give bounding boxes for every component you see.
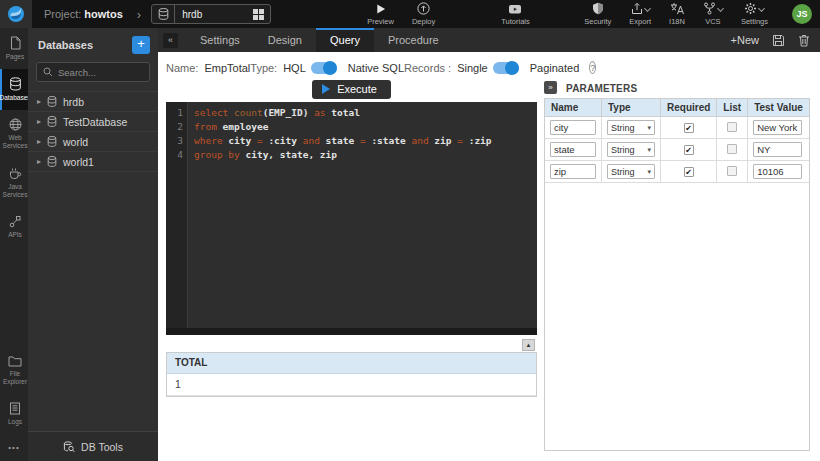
param-name-input[interactable]: [550, 120, 596, 135]
results-header-row: TOTAL: [167, 353, 536, 374]
deploy-icon: [417, 2, 430, 15]
settings-label: Settings: [741, 17, 768, 26]
expand-caret-icon[interactable]: ▸: [37, 97, 41, 106]
db-tree-item-TestDatabase[interactable]: ▸ TestDatabase: [28, 112, 158, 132]
save-icon[interactable]: [772, 34, 785, 47]
new-query-button[interactable]: +New: [731, 34, 759, 46]
tab-procedure[interactable]: Procedure: [374, 28, 453, 52]
tab-design[interactable]: Design: [254, 28, 316, 52]
collapse-panel-button[interactable]: «: [163, 33, 178, 48]
user-avatar[interactable]: JS: [792, 4, 812, 24]
sql-code[interactable]: select count(EMP_ID) as totalfrom employ…: [188, 102, 537, 335]
expand-parameters-icon[interactable]: »: [544, 81, 557, 94]
param-list-checkbox[interactable]: [727, 166, 737, 176]
parameters-table: NameTypeRequiredListTest Value String▾ ✔…: [545, 99, 809, 183]
query-editor-column: Name: EmpTotal Type: HQL Native SQL Reco…: [158, 52, 537, 461]
line-number: 2: [166, 120, 183, 134]
rail-item-pages[interactable]: Pages: [0, 28, 28, 69]
rail-item-databases[interactable]: Databases: [0, 69, 28, 110]
deploy-button[interactable]: Deploy: [412, 2, 435, 26]
sql-editor[interactable]: 1234 select count(EMP_ID) as totalfrom e…: [166, 102, 537, 335]
preview-button[interactable]: Preview: [367, 3, 394, 26]
param-list-checkbox[interactable]: [727, 144, 737, 154]
project-label: Project:: [44, 8, 81, 20]
param-type-select[interactable]: String▾: [607, 142, 655, 157]
rail-label: Pages: [6, 53, 24, 61]
db-tools-icon: [63, 441, 75, 453]
rail-item-web-services[interactable]: Web Services: [0, 110, 28, 158]
expand-caret-icon[interactable]: ▸: [37, 117, 41, 126]
param-required-checkbox[interactable]: ✔: [684, 167, 694, 177]
database-selector[interactable]: hrdb: [151, 4, 271, 24]
line-number: 1: [166, 106, 183, 120]
records-toggle[interactable]: [493, 62, 519, 74]
param-name-input[interactable]: [550, 164, 596, 179]
param-name-input[interactable]: [550, 142, 596, 157]
folder-icon: [8, 355, 22, 367]
rail-label: Logs: [8, 418, 22, 426]
project-breadcrumb[interactable]: Project: howtos: [44, 8, 123, 20]
grid-view-icon[interactable]: [253, 9, 264, 20]
database-search-input[interactable]: [58, 67, 143, 78]
translate-icon: [670, 2, 684, 15]
i18n-button[interactable]: I18N: [669, 2, 685, 26]
database-icon: [47, 156, 57, 167]
rail-item-apis[interactable]: APIs: [0, 207, 28, 247]
tab-list: SettingsDesignQueryProcedure: [186, 28, 453, 52]
type-toggle[interactable]: [311, 62, 337, 74]
branch-icon: [703, 2, 716, 15]
type-label: Type:: [250, 62, 277, 74]
db-tree-item-hrdb[interactable]: ▸ hrdb: [28, 92, 158, 112]
rail-more-button[interactable]: •••: [0, 434, 28, 461]
export-button[interactable]: Export: [629, 2, 651, 26]
param-test-value-input[interactable]: [753, 164, 802, 179]
editor-scrollbar[interactable]: [166, 328, 537, 335]
export-label: Export: [629, 17, 651, 26]
preview-label: Preview: [367, 17, 394, 26]
tab-settings[interactable]: Settings: [186, 28, 254, 52]
param-list-checkbox[interactable]: [727, 122, 737, 132]
deploy-label: Deploy: [412, 17, 435, 26]
db-name: world1: [63, 156, 94, 168]
vcs-button[interactable]: VCS: [703, 2, 723, 26]
type-on-label: Native SQL: [348, 62, 404, 74]
rail-item-file-explorer[interactable]: File Explorer: [0, 347, 28, 394]
tutorials-button[interactable]: Tutorials: [501, 3, 529, 26]
param-type-select[interactable]: String▾: [607, 164, 655, 179]
rail-item-logs[interactable]: Logs: [0, 394, 28, 434]
code-line: where city = :city and state = :state an…: [194, 134, 537, 148]
param-test-value-input[interactable]: [753, 142, 802, 157]
results-toolbar: ▲: [166, 335, 537, 352]
query-name-value[interactable]: EmpTotal: [204, 62, 250, 74]
globe-icon: [9, 118, 22, 131]
param-test-value-input[interactable]: [753, 120, 802, 135]
add-database-button[interactable]: +: [132, 36, 150, 54]
topbar-actions-left: Preview Deploy Tutorials: [367, 2, 548, 26]
topbar: Project: howtos › hrdb Preview Deploy Tu…: [0, 0, 820, 28]
execute-button[interactable]: Execute: [312, 80, 391, 99]
db-tree-item-world1[interactable]: ▸ world1: [28, 152, 158, 172]
breadcrumb-chevron-icon: ›: [137, 7, 141, 22]
page-icon: [9, 36, 22, 50]
collapse-results-icon[interactable]: ▲: [522, 339, 535, 351]
db-tools-button[interactable]: DB Tools: [28, 431, 158, 461]
expand-caret-icon[interactable]: ▸: [37, 137, 41, 146]
expand-caret-icon[interactable]: ▸: [37, 157, 41, 166]
param-type-select[interactable]: String▾: [607, 120, 655, 135]
name-label: Name:: [166, 62, 198, 74]
settings-button[interactable]: Settings: [741, 2, 768, 26]
db-tree-item-world[interactable]: ▸ world: [28, 132, 158, 152]
delete-icon[interactable]: [798, 34, 810, 47]
security-button[interactable]: Security: [584, 2, 611, 26]
rail-label: File Explorer: [3, 370, 27, 386]
database-search[interactable]: [36, 62, 150, 82]
app-logo[interactable]: [0, 0, 32, 28]
tab-query[interactable]: Query: [316, 28, 374, 52]
param-required-checkbox[interactable]: ✔: [684, 145, 694, 155]
wavemaker-logo-icon: [7, 5, 25, 23]
rail-item-java-services[interactable]: Java Services: [0, 159, 28, 207]
results-col-header: TOTAL: [167, 353, 536, 373]
query-controls: Name: EmpTotal Type: HQL Native SQL Reco…: [166, 52, 537, 78]
param-required-checkbox[interactable]: ✔: [684, 123, 694, 133]
tutorials-label: Tutorials: [501, 17, 529, 26]
